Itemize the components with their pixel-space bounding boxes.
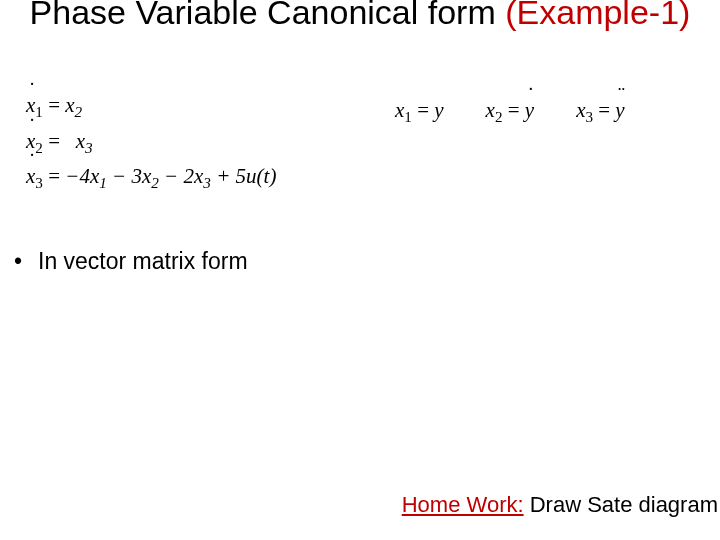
- rhs-3: −4x1 − 3x2 − 2x3 + 5u(t): [65, 164, 276, 188]
- state-definitions: x1 = y x2 = y x3 = y: [395, 98, 625, 123]
- slide-title: Phase Variable Canonical form (Example-1…: [0, 0, 720, 31]
- homework-line: Home Work: Draw Sate diagram: [402, 492, 718, 518]
- rhs-2: x3: [76, 129, 93, 153]
- def-2-rhs: y: [525, 98, 534, 122]
- equals-1: =: [48, 93, 65, 117]
- bullet-vector-matrix: •In vector matrix form: [14, 248, 248, 275]
- rhs-1: x2: [65, 93, 82, 117]
- equals-2: =: [48, 129, 65, 153]
- eq-row-1: x1 = x2: [26, 88, 276, 124]
- title-main: Phase Variable Canonical form: [30, 0, 506, 31]
- gap-2: [65, 129, 70, 153]
- title-accent: (Example-1): [505, 0, 690, 31]
- bullet-dot-icon: •: [14, 248, 38, 275]
- def-1-rhs: y: [434, 98, 443, 122]
- eq-row-3: x3 = −4x1 − 3x2 − 2x3 + 5u(t): [26, 159, 276, 195]
- eq-row-2: x2 = x3: [26, 124, 276, 160]
- def-3: x3 = y: [576, 98, 625, 123]
- homework-text: Draw Sate diagram: [524, 492, 718, 517]
- state-equations: x1 = x2 x2 = x3 x3 = −4x1 − 3x2 − 2x3 + …: [26, 88, 276, 195]
- def-1: x1 = y: [395, 98, 444, 123]
- bullet-text: In vector matrix form: [38, 248, 248, 274]
- xdot3: x: [26, 159, 35, 195]
- equals-3: =: [48, 164, 65, 188]
- def-2: x2 = y: [486, 98, 535, 123]
- homework-label: Home Work:: [402, 492, 524, 517]
- slide: Phase Variable Canonical form (Example-1…: [0, 0, 720, 540]
- def-3-rhs: y: [615, 98, 624, 122]
